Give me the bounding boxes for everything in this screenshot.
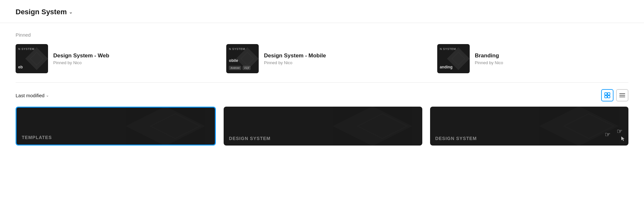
list-view-button[interactable] [616, 89, 628, 101]
sort-chevron-icon: ⌄ [46, 93, 49, 98]
pinned-section: Pinned N SYSTEM eb Design System - Web P… [0, 23, 644, 82]
pinned-info: Design System - Mobile Pinned by Nico [264, 53, 326, 65]
pinned-info: Design System - Web Pinned by Nico [53, 53, 109, 65]
svg-rect-7 [608, 93, 610, 95]
pinned-thumbnail: N SYSTEM obile Android v1.0 [226, 44, 259, 73]
pinned-item-title: Design System - Mobile [264, 53, 326, 59]
pinned-thumbnail: N SYSTEM anding [437, 44, 470, 73]
thumb-pattern [24, 46, 48, 72]
svg-rect-8 [605, 96, 607, 98]
svg-rect-9 [608, 96, 610, 98]
svg-marker-15 [333, 107, 413, 146]
pinned-thumbnail: N SYSTEM eb [16, 44, 48, 73]
files-toolbar: Last modified ⌄ [0, 83, 644, 107]
thumb-file-name: eb [18, 65, 23, 69]
file-card[interactable]: DESIGN SYSTEM ☞ ☞ [430, 107, 628, 146]
grid-icon [604, 92, 610, 98]
file-card[interactable]: TEMPLATES [16, 107, 216, 146]
sort-label-text: Last modified [16, 93, 44, 98]
pinned-item[interactable]: N SYSTEM obile Android v1.0 Design Syste… [226, 44, 417, 73]
pinned-item-title: Branding [475, 53, 503, 59]
pinned-item[interactable]: N SYSTEM eb Design System - Web Pinned b… [16, 44, 207, 73]
svg-rect-6 [605, 93, 607, 95]
workspace-title-text: Design System [16, 8, 67, 16]
view-controls [601, 89, 628, 101]
svg-marker-2 [236, 47, 259, 70]
svg-marker-0 [25, 47, 48, 70]
pinned-item-meta: Pinned by Nico [264, 60, 326, 65]
pinned-item-meta: Pinned by Nico [53, 60, 109, 65]
thumb-pattern [234, 46, 259, 72]
pinned-item[interactable]: N SYSTEM anding Branding Pinned by Nico [437, 44, 628, 73]
sort-button[interactable]: Last modified ⌄ [16, 93, 49, 98]
pinned-section-label: Pinned [16, 32, 628, 38]
grid-view-button[interactable] [601, 89, 613, 101]
file-card[interactable]: DESIGN SYSTEM [224, 107, 422, 146]
workspace-title[interactable]: Design System ⌄ [16, 8, 73, 16]
svg-marker-17 [539, 107, 619, 146]
file-card-label: DESIGN SYSTEM [229, 136, 270, 141]
list-icon [619, 93, 625, 98]
files-grid: TEMPLATES DESIGN SYSTEM DESIGN SYSTEM ☞ … [0, 107, 644, 146]
pinned-item-meta: Pinned by Nico [475, 60, 503, 65]
file-card-label: TEMPLATES [22, 135, 52, 140]
pinned-items-grid: N SYSTEM eb Design System - Web Pinned b… [16, 44, 628, 73]
pinned-info: Branding Pinned by Nico [475, 53, 503, 65]
file-card-label: DESIGN SYSTEM [435, 136, 477, 141]
svg-marker-13 [126, 108, 205, 145]
arrow-cursor-icon [621, 136, 626, 143]
svg-marker-4 [447, 47, 470, 70]
page-header: Design System ⌄ [0, 0, 644, 23]
chevron-down-icon: ⌄ [69, 9, 73, 15]
thumb-pattern [445, 46, 470, 72]
pinned-item-title: Design System - Web [53, 53, 109, 59]
